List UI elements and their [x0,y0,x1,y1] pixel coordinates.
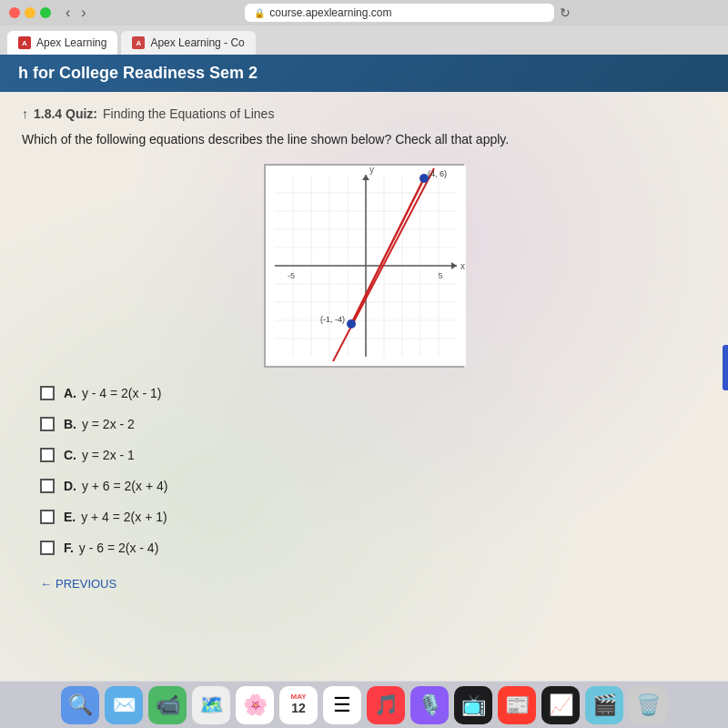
page-content: h for College Readiness Sem 2 ↑ 1.8.4 Qu… [0,55,728,681]
finder-icon: 🔍 [68,693,93,717]
dock-maps[interactable]: 🗺️ [192,686,230,724]
trash-icon: 🗑️ [636,693,661,717]
photos-icon: 🌸 [243,693,268,717]
address-bar-area: 🔒 course.apexlearning.com ↻ [97,4,719,22]
choice-f: F. y - 6 = 2(x - 4) [40,541,688,555]
svg-text:(-1, -4): (-1, -4) [320,315,345,324]
content-area: ↑ 1.8.4 Quiz: Finding the Equations of L… [0,92,728,605]
podcasts-icon: 🎙️ [418,693,442,717]
dock-music[interactable]: 🎵 [367,686,405,724]
graph-container: x y -5 5 [264,164,464,368]
choice-b-label: B. y = 2x - 2 [64,417,135,431]
question-text: Which of the following equations describ… [22,130,706,149]
choice-f-label: F. y - 6 = 2(x - 4) [64,541,158,555]
choice-a-label: A. y - 4 = 2(x - 1) [64,386,161,400]
tab-apex-learning-2[interactable]: A Apex Learning - Co [121,31,255,55]
choice-e-label: E. y + 4 = 2(x + 1) [64,510,167,524]
dock-tv[interactable]: 📺 [454,686,492,724]
point-neg1-neg4 [347,319,356,329]
dock-mail[interactable]: ✉️ [105,686,143,724]
stocks-icon: 📈 [549,693,573,717]
svg-text:5: 5 [438,271,442,280]
choice-d: D. y + 6 = 2(x + 4) [40,479,688,493]
tab2-label: Apex Learning - Co [150,36,244,49]
news-icon: 📰 [505,693,530,717]
svg-text:y: y [369,166,374,175]
prev-text: PREVIOUS [56,577,116,591]
quiz-title: Finding the Equations of Lines [103,106,274,121]
refresh-button[interactable]: ↻ [560,5,571,20]
music-icon: 🎵 [374,693,399,717]
page-header-text: h for College Readiness Sem 2 [18,64,258,82]
svg-text:(4, 6): (4, 6) [428,169,447,178]
lock-icon: 🔒 [254,8,265,18]
reminders-icon: ☰ [333,693,351,717]
dock-trash[interactable]: 🗑️ [629,686,667,724]
choice-d-label: D. y + 6 = 2(x + 4) [64,479,167,493]
apex-favicon-2: A [132,36,145,49]
checkbox-b[interactable] [40,417,55,431]
address-text: course.apexlearning.com [269,6,391,19]
dock-stocks[interactable]: 📈 [541,686,580,724]
calendar-icon: MAY 12 [279,691,318,715]
maps-icon: 🗺️ [199,693,224,717]
checkbox-a[interactable] [40,386,55,400]
dock-reminders[interactable]: ☰ [323,686,361,724]
prev-arrow: ← [40,577,52,591]
address-bar[interactable]: 🔒 course.apexlearning.com [245,4,554,22]
svg-text:-5: -5 [288,271,295,280]
nav-links: ← PREVIOUS [22,577,706,591]
checkbox-f[interactable] [40,541,55,555]
page-header: h for College Readiness Sem 2 [0,55,728,92]
traffic-lights [9,7,51,18]
quiz-prefix: 1.8.4 Quiz: [34,106,97,121]
checkbox-d[interactable] [40,479,55,493]
dock: 🔍 ✉️ 📹 🗺️ 🌸 MAY 12 ☰ 🎵 🎙️ 📺 📰 📈 🎬 🗑️ [0,681,728,728]
tab-bar: A Apex Learning A Apex Learning - Co [0,25,728,55]
checkbox-e[interactable] [40,510,55,524]
quiz-label: ↑ 1.8.4 Quiz: Finding the Equations of L… [22,106,706,121]
choice-e: E. y + 4 = 2(x + 1) [40,510,688,524]
blue-highlight-bar [723,345,728,390]
back-button[interactable]: ‹ [62,5,74,21]
choice-b: B. y = 2x - 2 [40,417,688,431]
dock-finder[interactable]: 🔍 [61,686,99,724]
mail-icon: ✉️ [112,693,136,717]
dock-news[interactable]: 📰 [498,686,536,724]
svg-text:x: x [460,261,465,271]
tab1-label: Apex Learning [36,36,106,49]
choice-c: C. y = 2x - 1 [40,448,688,462]
facetime-icon: 📹 [156,693,180,717]
browser-chrome: ‹ › 🔒 course.apexlearning.com ↻ A Apex L… [0,0,728,55]
forward-button[interactable]: › [77,5,89,21]
choice-a: A. y - 4 = 2(x - 1) [40,386,688,400]
choices-area: A. y - 4 = 2(x - 1) B. y = 2x - 2 C. y =… [22,386,706,555]
imovie-icon: 🎬 [592,693,617,717]
nav-controls: ‹ › [62,5,90,21]
dock-photos[interactable]: 🌸 [236,686,274,724]
minimize-button[interactable] [25,7,35,18]
title-bar: ‹ › 🔒 course.apexlearning.com ↻ [0,0,728,25]
upload-icon: ↑ [22,106,28,121]
apex-favicon: A [18,36,31,49]
previous-link[interactable]: ← PREVIOUS [40,577,688,591]
dock-facetime[interactable]: 📹 [148,686,187,724]
choice-c-label: C. y = 2x - 1 [64,448,135,462]
dock-podcasts[interactable]: 🎙️ [410,686,449,724]
dock-calendar[interactable]: MAY 12 [279,686,318,724]
tv-icon: 📺 [461,693,486,717]
coordinate-graph: x y -5 5 [266,166,466,366]
maximize-button[interactable] [40,7,51,18]
close-button[interactable] [9,7,20,18]
tab-apex-learning[interactable]: A Apex Learning [7,31,117,55]
checkbox-c[interactable] [40,448,55,462]
dock-imovie[interactable]: 🎬 [585,686,623,724]
